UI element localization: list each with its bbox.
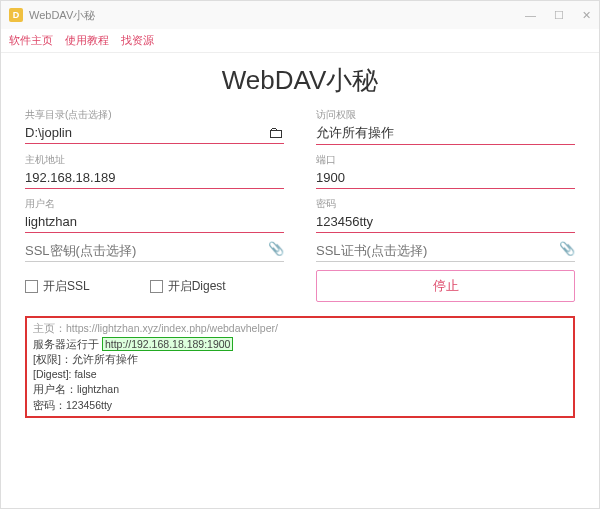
maximize-icon[interactable]: ☐ <box>554 9 564 22</box>
log-running-url: http://192.168.18.189:1900 <box>102 337 234 351</box>
stop-button[interactable]: 停止 <box>316 270 575 302</box>
log-output: 主页：https://lightzhan.xyz/index.php/webda… <box>25 316 575 418</box>
host-input[interactable] <box>25 169 284 189</box>
menu-resources[interactable]: 找资源 <box>121 33 154 48</box>
minimize-icon[interactable]: — <box>525 9 536 22</box>
close-icon[interactable]: ✕ <box>582 9 591 22</box>
share-dir-field: 共享目录(点击选择) 🗀 <box>25 108 284 145</box>
log-perm: [权限]：允许所有操作 <box>33 353 138 365</box>
pass-field: 密码 <box>316 197 575 233</box>
titlebar: D WebDAV小秘 — ☐ ✕ <box>1 1 599 29</box>
pass-input[interactable] <box>316 213 575 233</box>
attach-icon[interactable]: 📎 <box>559 241 575 256</box>
host-label: 主机地址 <box>25 153 284 167</box>
log-pass: 密码：123456tty <box>33 399 112 411</box>
checkbox-row: 开启SSL 开启Digest <box>25 272 284 302</box>
log-homepage: 主页：https://lightzhan.xyz/index.php/webda… <box>33 321 567 336</box>
menu-tutorial[interactable]: 使用教程 <box>65 33 109 48</box>
window-title: WebDAV小秘 <box>29 8 95 23</box>
access-label: 访问权限 <box>316 108 575 122</box>
user-label: 用户名 <box>25 197 284 211</box>
menubar: 软件主页 使用教程 找资源 <box>1 29 599 53</box>
ssl-key-input[interactable] <box>25 242 284 262</box>
log-user: 用户名：lightzhan <box>33 383 119 395</box>
log-digest: [Digest]: false <box>33 368 97 380</box>
app-icon: D <box>9 8 23 22</box>
user-input[interactable] <box>25 213 284 233</box>
ssl-cert-field: 📎 <box>316 241 575 262</box>
enable-ssl-checkbox[interactable]: 开启SSL <box>25 272 90 302</box>
menu-home[interactable]: 软件主页 <box>9 33 53 48</box>
share-dir-input[interactable] <box>25 124 284 144</box>
port-field: 端口 <box>316 153 575 189</box>
port-label: 端口 <box>316 153 575 167</box>
share-dir-label: 共享目录(点击选择) <box>25 108 284 122</box>
access-input[interactable] <box>316 125 575 145</box>
page-title: WebDAV小秘 <box>25 63 575 98</box>
pass-label: 密码 <box>316 197 575 211</box>
log-running-prefix: 服务器运行于 <box>33 338 102 350</box>
ssl-key-field: 📎 <box>25 241 284 262</box>
enable-digest-checkbox[interactable]: 开启Digest <box>150 272 226 302</box>
user-field: 用户名 <box>25 197 284 233</box>
access-field: 访问权限 <box>316 108 575 145</box>
port-input[interactable] <box>316 169 575 189</box>
ssl-cert-input[interactable] <box>316 242 575 262</box>
attach-icon[interactable]: 📎 <box>268 241 284 256</box>
host-field: 主机地址 <box>25 153 284 189</box>
